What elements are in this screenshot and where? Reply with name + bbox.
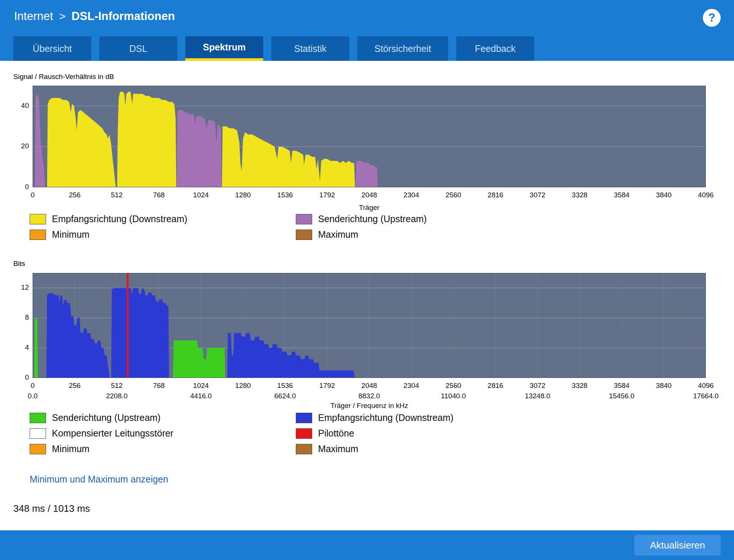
latency-status-text: 348 ms / 1013 ms [13,503,90,514]
breadcrumb: Internet > DSL-Informationen [14,10,175,23]
x-tick-label: 3328 [572,382,587,390]
x-tick-label: 1536 [277,191,293,199]
legend-label: Maximum [318,229,358,240]
x-freq-tick-label: 17664.0 [693,392,719,400]
downstream-swatch [30,214,46,224]
bits-chart: 0481202565127681024128015361792204823042… [33,273,706,378]
x-tick-label: 2560 [446,382,461,390]
legend-label: Empfangsrichtung (Downstream) [318,412,453,423]
x-tick-label: 2048 [361,382,377,390]
upstream-swatch [296,214,312,224]
legend-label: Empfangsrichtung (Downstream) [52,214,187,224]
x-freq-tick-label: 2208.0 [106,392,128,400]
x-tick-label: 4096 [698,191,714,199]
snr-legend: Empfangsrichtung (Downstream) Sendericht… [30,214,427,240]
x-tick-label: 2048 [361,191,377,199]
tab-dsl[interactable]: DSL [99,36,177,61]
x-tick-label: 1024 [193,191,209,199]
x-tick-label: 256 [69,382,81,390]
x-tick-label: 2304 [403,382,419,390]
x-tick-label: 2816 [487,382,503,390]
x-tick-label: 3584 [614,191,629,199]
x-tick-label: 1280 [235,191,251,199]
y-tick-label: 12 [10,283,29,291]
legend-item-bits-maximum: Maximum [296,444,453,454]
tab-statistik[interactable]: Statistik [271,36,349,61]
x-freq-tick-label: 0.0 [28,392,37,400]
legend-item-downstream: Empfangsrichtung (Downstream) [30,214,296,224]
tab-stoersicherheit[interactable]: Störsicherheit [357,36,448,61]
legend-label: Minimum [52,229,89,240]
x-tick-label: 3328 [572,191,587,199]
x-axis-label: Träger [359,204,379,212]
help-icon[interactable]: ? [703,9,721,27]
tab-spektrum[interactable]: Spektrum [185,36,263,61]
snr-downstream-area [117,92,176,187]
x-freq-tick-label: 4416.0 [190,392,212,400]
bits-maximum-swatch [296,444,312,454]
x-tick-label: 768 [153,382,165,390]
legend-label: Maximum [318,444,358,454]
x-tick-label: 1280 [235,382,251,390]
x-tick-label: 3840 [656,191,671,199]
bits-downstream-swatch [296,413,312,423]
x-tick-label: 3840 [656,382,671,390]
x-tick-label: 1024 [193,382,209,390]
snr-chart-title: Signal / Rausch-Verhältnis in dB [13,73,114,81]
pilottoene-swatch [296,428,312,439]
show-min-max-link[interactable]: Minimum und Maximum anzeigen [30,474,168,485]
x-tick-label: 256 [69,191,81,199]
breadcrumb-internet[interactable]: Internet [14,10,53,23]
tab-uebersicht[interactable]: Übersicht [13,36,91,61]
snr-chart: 0204002565127681024128015361792204823042… [33,86,706,187]
x-tick-label: 1536 [277,382,293,390]
maximum-swatch [296,230,312,240]
legend-item-pilottoene: Pilottöne [296,428,453,439]
tab-bar: Übersicht DSL Spektrum Statistik Störsic… [13,36,534,61]
y-tick-label: 8 [10,313,29,322]
page-title: DSL-Informationen [72,10,175,23]
footer-bar: Aktualisieren [0,530,734,560]
x-freq-tick-label: 13248.0 [525,392,550,400]
x-tick-label: 0 [31,382,35,390]
legend-item-bits-downstream: Empfangsrichtung (Downstream) [296,412,453,423]
tab-feedback[interactable]: Feedback [456,36,534,61]
legend-item-minimum: Minimum [30,229,296,240]
x-tick-label: 3072 [530,191,545,199]
x-tick-label: 512 [111,191,123,199]
legend-label: Pilottöne [318,428,354,439]
header-bar: Internet > DSL-Informationen ? Übersicht… [0,0,734,61]
bits-chart-title: Bits [13,260,25,268]
bits-downstream-area [111,288,169,378]
kompensierter-leitungsstoerer-swatch [30,428,46,439]
x-tick-label: 3584 [614,382,629,390]
legend-label: Kompensierter Leitungsstörer [52,428,173,439]
legend-item-maximum: Maximum [296,229,427,240]
y-tick-label: 20 [10,142,29,150]
x-tick-label: 1792 [319,382,335,390]
legend-label: Senderichtung (Upstream) [52,412,161,423]
legend-item-kompensierter-leitungsstoerer: Kompensierter Leitungsstörer [30,428,296,439]
x-tick-label: 3072 [530,382,545,390]
x-tick-label: 768 [153,191,165,199]
x-tick-label: 512 [111,382,123,390]
x-freq-tick-label: 8832.0 [358,392,380,400]
legend-item-bits-upstream: Senderichtung (Upstream) [30,412,296,423]
x-tick-label: 4096 [698,382,714,390]
minimum-swatch [30,230,46,240]
x-freq-tick-label: 11040.0 [441,392,466,400]
x-tick-label: 2560 [446,191,461,199]
legend-item-upstream: Senderichtung (Upstream) [296,214,427,224]
y-tick-label: 40 [10,102,29,110]
x-tick-label: 0 [31,191,35,199]
refresh-button[interactable]: Aktualisieren [634,535,721,556]
breadcrumb-separator-icon: > [59,10,66,23]
pilot-tone-line [127,273,129,378]
y-tick-label: 0 [10,373,29,382]
y-tick-label: 0 [10,183,29,191]
bits-legend: Senderichtung (Upstream) Empfangsrichtun… [30,412,453,454]
legend-item-bits-minimum: Minimum [30,444,296,454]
bits-minimum-swatch [30,444,46,454]
x-tick-label: 2304 [403,191,419,199]
bits-upstream-swatch [30,413,46,423]
